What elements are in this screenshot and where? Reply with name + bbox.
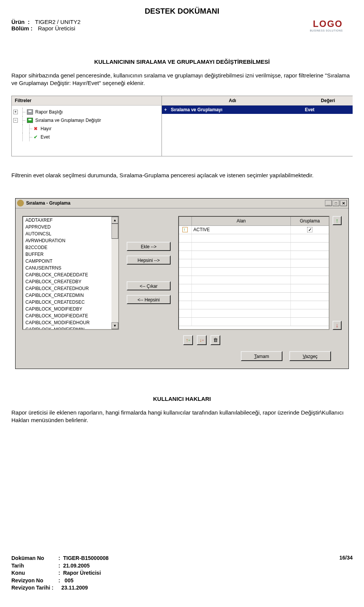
logo-text: LOGO [310, 19, 343, 29]
col-icon [179, 217, 192, 225]
tree-option-no[interactable]: ✖ Hayır [13, 125, 160, 133]
close-button[interactable]: ✕ [340, 200, 347, 206]
group-checkbox[interactable]: ✓ [307, 227, 312, 232]
remove-all-button[interactable]: <-- Hepsini [127, 295, 171, 304]
col-group-header: Gruplama [291, 217, 329, 225]
list-item[interactable]: BUFFER [23, 251, 111, 258]
filter-tree: + Rapor Başlığı − Sıralama ve Gruplamayı… [12, 106, 162, 156]
sort-desc-button[interactable]: ↓= [197, 335, 207, 345]
disk-icon [27, 109, 33, 115]
column-name-header: Adı [162, 98, 303, 103]
delete-button[interactable]: 🗑 [210, 335, 220, 345]
disk-icon [27, 118, 33, 123]
option-label: Hayır [41, 126, 52, 131]
table-row [179, 234, 329, 243]
column-value-header: Değeri [303, 98, 353, 103]
filter-left-pane: Filtreler + Rapor Başlığı − Sıralama ve … [12, 96, 162, 156]
option-label: Evet [41, 134, 50, 140]
window-icon [17, 200, 24, 207]
list-item[interactable]: CAPIBLOCK_CREATEDHOUR [23, 285, 111, 292]
move-up-button[interactable]: ↑ [333, 216, 342, 225]
check-icon: ✔ [34, 134, 39, 140]
tree-option-yes[interactable]: ✔ Evet [13, 133, 160, 141]
add-button[interactable]: Ekle --> [127, 242, 171, 251]
tree-label: Sıralama ve Gruplamayı Değiştir [35, 118, 101, 123]
list-item[interactable]: ADDTAXREF [23, 217, 111, 224]
dialog-body: ADDTAXREFAPPROVEDAUTOINCSLAVRWHDURATIONB… [16, 208, 348, 335]
reorder-buttons: ↑ ↓ [333, 216, 342, 330]
product-value: TIGER2 / UNITY2 [35, 19, 80, 25]
product-info: Ürün : TIGER2 / UNITY2 Bölüm : Rapor Üre… [11, 19, 80, 32]
maximize-button[interactable]: □ [333, 200, 339, 206]
filters-header: Filtreler [12, 96, 162, 106]
table-row [179, 318, 329, 326]
list-item[interactable]: CAPIBLOCK_CREATEDSEC [23, 299, 111, 306]
list-item[interactable]: CAPIBLOCK_MODIFIEDMIN [23, 326, 111, 329]
footer-meta: Doküman No: TIGER-B15000008 Tarih: 21.09… [11, 555, 108, 592]
list-item[interactable]: CAPIBLOCK_MODIFIEDDATE [23, 312, 111, 319]
collapse-icon[interactable]: − [13, 118, 18, 123]
list-item[interactable]: CAPIBLOCK_MODIFIEDHOUR [23, 319, 111, 326]
list-item[interactable]: B2CCODE [23, 244, 111, 251]
scroll-thumb[interactable] [111, 224, 118, 239]
arrow-up-icon: ↑ [336, 217, 339, 224]
order-toolbar: ↑= ↓= 🗑 [16, 335, 348, 351]
table-row [179, 284, 329, 293]
section-heading-2: KULLANICI HAKLARI [0, 396, 364, 402]
transfer-buttons: Ekle --> Hepsini --> <-- Çıkar <-- Hepsi… [127, 216, 171, 330]
scroll-up-button[interactable]: ▲ [111, 217, 118, 224]
list-item[interactable]: CAMPPOINT [23, 258, 111, 265]
filter-right-pane: Adı Değeri + Sıralama ve Gruplamayı Evet [162, 96, 353, 156]
paragraph-3: Rapor üreticisi ile eklenen raporların, … [11, 409, 353, 424]
table-header: Alan Gruplama [179, 217, 329, 226]
cancel-button[interactable]: Vazgeç [289, 351, 331, 361]
list-item[interactable]: CAPIBLOCK_CREATEDBY [23, 278, 111, 285]
list-item[interactable]: CAPIBLOCK_CREADEDDATE [23, 271, 111, 278]
tree-item[interactable]: + Rapor Başlığı [13, 108, 160, 116]
table-row [179, 268, 329, 276]
logo: LOGO BUSINESS SOLUTIONS [310, 19, 343, 32]
product-label: Ürün [11, 19, 25, 25]
move-down-button[interactable]: ↓ [333, 321, 342, 330]
list-item[interactable]: CAPIBLOCK_MODIFIEDBY [23, 306, 111, 312]
list-item[interactable]: APPROVED [23, 224, 111, 230]
col-field-header: Alan [192, 217, 291, 225]
sort-asc-button[interactable]: ↑= [183, 335, 193, 345]
window-title: Sıralama - Gruplama [26, 200, 324, 206]
table-row [179, 251, 329, 259]
tree-item[interactable]: − Sıralama ve Gruplamayı Değiştir [13, 116, 160, 125]
x-icon: ✖ [34, 126, 39, 131]
table-row [179, 309, 329, 318]
table-row [179, 276, 329, 284]
scroll-down-button[interactable]: ▼ [111, 322, 118, 329]
table-row[interactable]: ACTIVE ✓ [179, 226, 329, 234]
field-list[interactable]: ADDTAXREFAPPROVEDAUTOINCSLAVRWHDURATIONB… [22, 216, 119, 330]
scroll-track[interactable] [111, 239, 118, 322]
footer: Doküman No: TIGER-B15000008 Tarih: 21.09… [11, 555, 353, 592]
minimize-button[interactable]: __ [325, 200, 332, 206]
list-item[interactable]: CANUSEINTRNS [23, 265, 111, 271]
section-heading-1: KULLANICININ SIRALAMA VE GRUPLAMAYI DEĞİ… [0, 58, 364, 65]
expand-icon[interactable]: + [13, 110, 18, 114]
list-item[interactable]: AUTOINCSL [23, 230, 111, 237]
selected-filters-header: Adı Değeri [162, 96, 353, 106]
header: Ürün : TIGER2 / UNITY2 Bölüm : Rapor Üre… [0, 16, 364, 32]
list-item[interactable]: CAPIBLOCK_CREATEDMIN [23, 292, 111, 299]
sort-group-dialog: Sıralama - Gruplama __ □ ✕ ADDTAXREFAPPR… [15, 198, 349, 369]
selected-fields-table: Alan Gruplama ACTIVE ✓ [178, 216, 329, 330]
ok-button[interactable]: Tamam [241, 351, 282, 361]
table-row [179, 293, 329, 301]
selected-value: Evet [303, 107, 353, 112]
titlebar: Sıralama - Gruplama __ □ ✕ [16, 199, 348, 208]
list-item[interactable]: AVRWHDURATION [23, 237, 111, 244]
document-title: DESTEK DOKÜMANI [0, 0, 364, 16]
scrollbar[interactable]: ▲ ▼ [111, 217, 118, 329]
add-all-button[interactable]: Hepsini --> [127, 255, 171, 265]
arrow-down-icon: ↓ [336, 322, 339, 328]
tree-label: Rapor Başlığı [35, 109, 63, 115]
logo-subtitle: BUSINESS SOLUTIONS [310, 29, 343, 32]
section-value: Rapor Üreticisi [38, 25, 75, 32]
remove-button[interactable]: <-- Çıkar [127, 281, 171, 290]
selected-filter-row[interactable]: + Sıralama ve Gruplamayı Evet [162, 106, 353, 114]
sort-asc-icon[interactable] [182, 227, 188, 232]
